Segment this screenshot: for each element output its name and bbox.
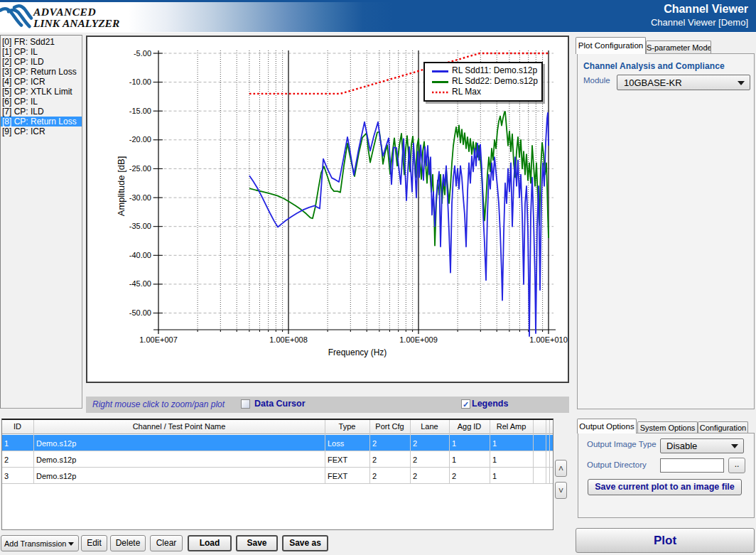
svg-text:-25.00: -25.00: [129, 164, 151, 173]
svg-text:1.00E+009: 1.00E+009: [399, 335, 438, 344]
svg-text:-5.00: -5.00: [134, 49, 151, 58]
svg-text:-45.00: -45.00: [129, 279, 151, 288]
svg-text:-10.00: -10.00: [129, 77, 151, 86]
svg-text:Amplitude [dB]: Amplitude [dB]: [116, 156, 126, 217]
svg-text:1.00E+008: 1.00E+008: [269, 335, 308, 344]
svg-text:Frequency (Hz): Frequency (Hz): [328, 347, 387, 357]
svg-text:-30.00: -30.00: [129, 193, 151, 202]
svg-text:-15.00: -15.00: [129, 107, 151, 115]
svg-text:-40.00: -40.00: [129, 251, 151, 259]
svg-text:-35.00: -35.00: [129, 222, 151, 230]
svg-text:1.00E+007: 1.00E+007: [139, 335, 178, 344]
svg-text:1.00E+010: 1.00E+010: [529, 335, 568, 344]
svg-text:-20.00: -20.00: [129, 135, 151, 144]
svg-text:-50.00: -50.00: [129, 308, 151, 317]
